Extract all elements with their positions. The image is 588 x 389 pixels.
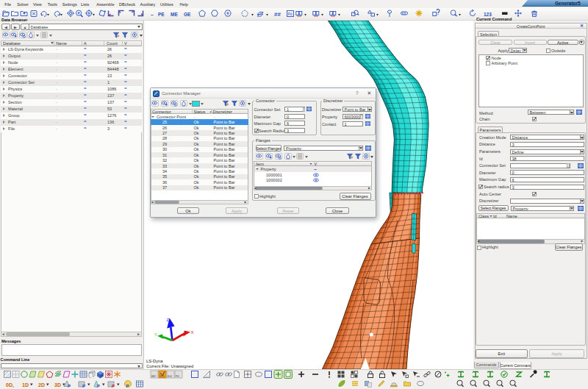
svg-text:P: P — [82, 384, 85, 388]
svg-text:##: ## — [274, 11, 281, 18]
svg-text:P: P — [112, 384, 115, 388]
svg-text:P: P — [68, 384, 71, 388]
svg-text:Y: Y — [154, 332, 157, 337]
svg-text:X: X — [191, 330, 194, 335]
svg-text:P: P — [126, 384, 129, 388]
svg-text:ME: ME — [171, 12, 178, 17]
svg-text:NOD: NOD — [159, 375, 165, 378]
svg-text:PID: PID — [176, 375, 180, 378]
svg-text:GE: GE — [184, 12, 191, 17]
svg-text:Pd: Pd — [288, 12, 293, 16]
svg-text:0D,: 0D, — [6, 382, 14, 388]
svg-text:BBO: BBO — [151, 375, 157, 378]
svg-text:3D: 3D — [54, 382, 61, 388]
svg-text:P: P — [97, 384, 100, 388]
svg-text:123: 123 — [484, 12, 492, 17]
svg-text:–: – — [151, 12, 154, 17]
svg-text:Z: Z — [167, 318, 170, 322]
svg-text:2D: 2D — [38, 382, 45, 388]
svg-text:PE: PE — [158, 12, 165, 17]
svg-text:1D: 1D — [22, 382, 29, 388]
svg-text:ELE: ELE — [168, 375, 172, 378]
